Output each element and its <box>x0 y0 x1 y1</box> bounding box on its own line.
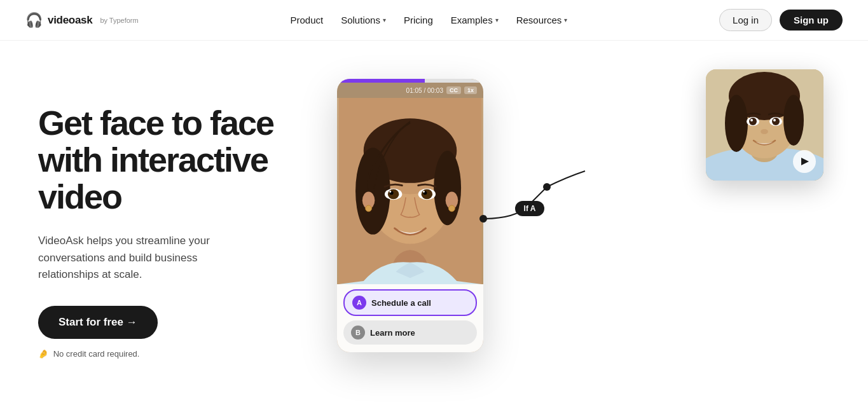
option-a-label: Schedule a call <box>371 298 431 308</box>
logo-area: 🎧 videoask by Typeform <box>25 12 139 29</box>
video-controls: 01:05 / 00:03 CC 1x <box>337 83 483 98</box>
svg-point-34 <box>773 119 776 121</box>
chevron-icon: ▾ <box>564 17 567 24</box>
cc-badge: CC <box>446 86 461 94</box>
svg-point-14 <box>422 189 433 200</box>
no-credit-card-text: 🤌 No credit card required. <box>38 349 293 359</box>
hero-title: Get face to face with interactive video <box>38 104 293 216</box>
svg-point-33 <box>750 119 753 121</box>
navbar: 🎧 videoask by Typeform Product Solutions… <box>0 0 868 41</box>
svg-point-10 <box>449 205 455 212</box>
hero-left: Get face to face with interactive video … <box>38 104 305 359</box>
svg-point-6 <box>434 151 461 225</box>
option-b[interactable]: B Learn more <box>343 320 477 345</box>
nav-pricing[interactable]: Pricing <box>404 15 433 25</box>
svg-point-13 <box>388 189 399 200</box>
video-timestamp: 01:05 / 00:03 <box>406 87 443 94</box>
svg-point-17 <box>389 191 391 193</box>
login-button[interactable]: Log in <box>719 9 772 31</box>
option-b-label: Learn more <box>370 328 415 338</box>
nav-examples[interactable]: Examples ▾ <box>451 15 499 25</box>
play-triangle-icon <box>801 158 809 165</box>
nav-solutions[interactable]: Solutions ▾ <box>341 15 386 25</box>
chevron-icon: ▾ <box>383 17 386 24</box>
brand-name: videoask <box>48 14 92 27</box>
svg-text:If A: If A <box>524 204 536 213</box>
svg-point-5 <box>355 148 390 235</box>
option-a-circle: A <box>352 296 366 310</box>
option-b-circle: B <box>351 326 365 340</box>
svg-point-27 <box>725 95 748 152</box>
logo-icon: 🎧 <box>25 12 43 29</box>
video-face-area <box>337 98 483 284</box>
chevron-icon: ▾ <box>495 17 499 24</box>
svg-point-35 <box>761 129 768 134</box>
play-button[interactable] <box>793 150 816 173</box>
nav-resources[interactable]: Resources ▾ <box>516 15 568 25</box>
nav-links: Product Solutions ▾ Pricing Examples ▾ R… <box>290 15 567 25</box>
hero-subtitle: VideoAsk helps you streamline your conve… <box>38 233 254 283</box>
start-free-button[interactable]: Start for free → <box>38 306 158 339</box>
nav-auth: Log in Sign up <box>719 9 843 31</box>
svg-point-31 <box>749 118 757 125</box>
hand-emoji: 🤌 <box>38 349 48 359</box>
main-video-card: 01:05 / 00:03 CC 1x <box>337 79 483 352</box>
hero-right: 01:05 / 00:03 CC 1x <box>305 66 830 397</box>
woman-face-svg <box>337 98 483 284</box>
brand-byline: by Typeform <box>100 17 138 24</box>
second-video-card <box>706 69 823 181</box>
speed-badge: 1x <box>464 86 477 94</box>
svg-point-18 <box>423 191 425 193</box>
svg-point-9 <box>366 205 372 212</box>
signup-button[interactable]: Sign up <box>780 10 843 31</box>
hero-section: Get face to face with interactive video … <box>0 41 868 405</box>
svg-point-28 <box>783 95 804 146</box>
connector-svg: If A <box>477 168 617 295</box>
logo-emoji: 🎧 <box>25 12 43 29</box>
nav-product[interactable]: Product <box>290 15 323 25</box>
svg-point-32 <box>772 118 780 125</box>
video-options: A Schedule a call B Learn more <box>337 284 483 352</box>
second-video-inner <box>706 69 823 181</box>
option-a[interactable]: A Schedule a call <box>343 289 477 316</box>
